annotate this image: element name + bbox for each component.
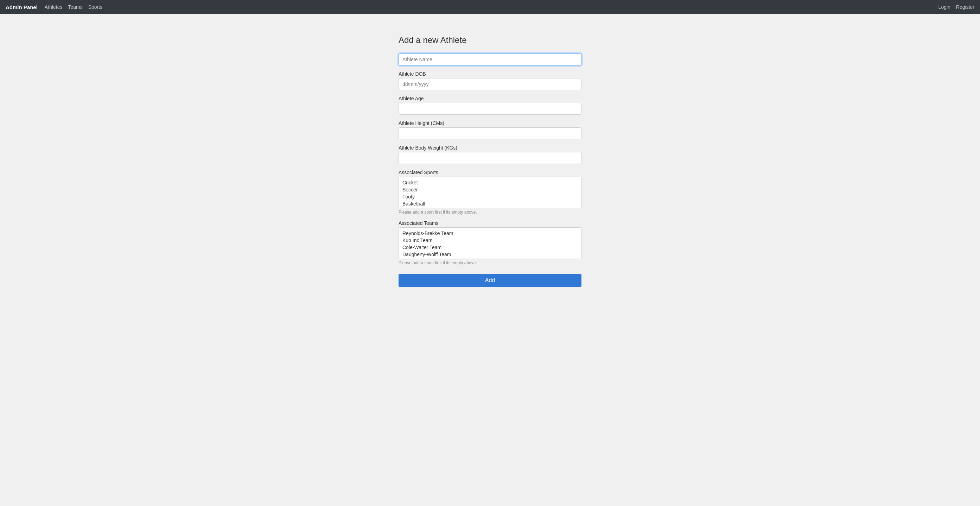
main-content: Add a new Athlete Athlete DOB Athlete Ag… <box>0 14 980 308</box>
navbar: Admin Panel Athletes Teams Sports Login … <box>0 0 980 14</box>
athlete-name-group <box>399 54 581 65</box>
page-title: Add a new Athlete <box>399 35 581 45</box>
sports-hint: Please add a sport first if its empty ab… <box>399 210 581 215</box>
athlete-dob-label: Athlete DOB <box>399 71 581 77</box>
athlete-age-input[interactable] <box>399 103 581 115</box>
athlete-dob-group: Athlete DOB <box>399 71 581 90</box>
nav-link-sports[interactable]: Sports <box>88 4 102 10</box>
athlete-dob-input[interactable] <box>399 78 581 90</box>
associated-teams-select[interactable]: Reynolds-Brekke TeamKub Inc TeamCole-Wal… <box>399 227 581 259</box>
associated-sports-label: Associated Sports <box>399 170 581 175</box>
athlete-weight-label: Athlete Body Weight (KGs) <box>399 145 581 151</box>
add-button[interactable]: Add <box>399 274 581 287</box>
associated-sports-group: Associated Sports CricketSoccerFootyBask… <box>399 170 581 215</box>
athlete-age-label: Athlete Age <box>399 96 581 101</box>
navbar-brand: Admin Panel <box>6 4 38 10</box>
navbar-links: Athletes Teams Sports <box>45 4 939 10</box>
athlete-height-label: Athlete Height (CMs) <box>399 120 581 126</box>
athlete-height-input[interactable] <box>399 127 581 139</box>
associated-teams-label: Associated Teams <box>399 220 581 226</box>
nav-link-register[interactable]: Register <box>956 4 974 10</box>
athlete-weight-group: Athlete Body Weight (KGs) <box>399 145 581 164</box>
athlete-height-group: Athlete Height (CMs) <box>399 120 581 139</box>
athlete-weight-input[interactable] <box>399 152 581 164</box>
form-container: Add a new Athlete Athlete DOB Athlete Ag… <box>399 35 581 287</box>
associated-teams-group: Associated Teams Reynolds-Brekke TeamKub… <box>399 220 581 265</box>
nav-link-athletes[interactable]: Athletes <box>45 4 63 10</box>
navbar-right: Login Register <box>939 4 974 10</box>
nav-link-teams[interactable]: Teams <box>68 4 82 10</box>
nav-link-login[interactable]: Login <box>939 4 950 10</box>
athlete-name-input[interactable] <box>399 54 581 65</box>
associated-sports-select[interactable]: CricketSoccerFootyBasketballFootball <box>399 177 581 208</box>
teams-hint: Please add a team first if its empty abo… <box>399 260 581 265</box>
athlete-age-group: Athlete Age <box>399 96 581 115</box>
